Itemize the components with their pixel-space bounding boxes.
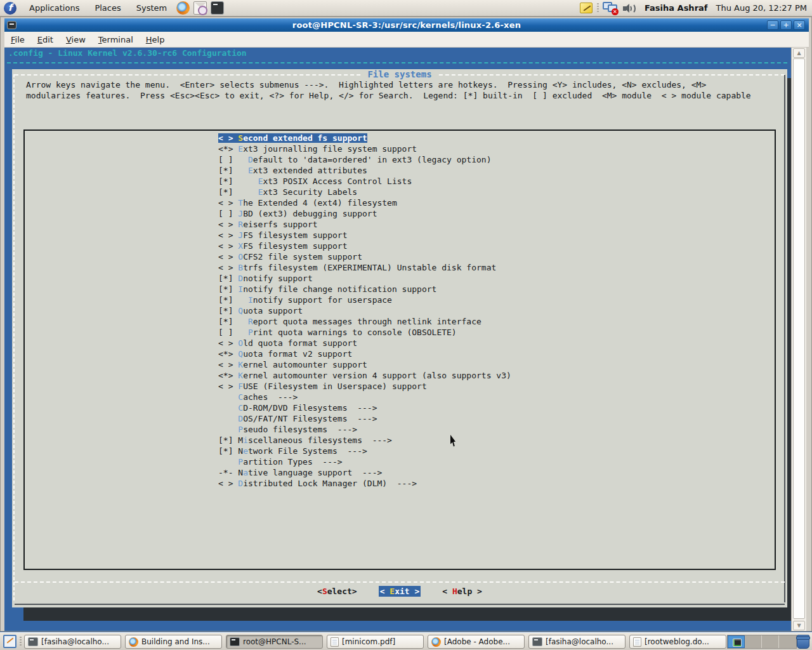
taskbar-button[interactable]: Building and Ins... <box>125 635 222 649</box>
menu-item[interactable]: [*] Report quota messages through netlin… <box>218 316 511 327</box>
menuconfig-dialog: File systems Arrow keys navigate the men… <box>12 69 787 607</box>
panel-menu[interactable]: System <box>129 0 174 17</box>
trash-icon[interactable] <box>797 635 809 649</box>
menu-item[interactable]: [*] Inotify file change notification sup… <box>218 284 511 295</box>
menuconfig-backtitle: .config - Linux Kernel v2.6.30-rc6 Confi… <box>8 48 247 58</box>
tray-separator <box>597 3 599 13</box>
menu-item[interactable]: <*> Ext3 journalling file system support <box>218 143 511 154</box>
dialog-border <box>15 604 785 605</box>
taskbar-button[interactable]: [Adobe - Adobe... <box>428 635 525 649</box>
taskbar-button[interactable]: [rootweblog.do... <box>629 635 726 649</box>
menubar-item[interactable]: Help <box>140 32 171 48</box>
panel-menu[interactable]: Applications <box>22 0 87 17</box>
notes-tray-icon[interactable] <box>580 3 593 13</box>
button-separator <box>15 581 785 583</box>
menu-item[interactable]: < > Kernel automounter support <box>218 359 511 370</box>
dialog-instructions-line1: Arrow keys navigate the menu. <Enter> se… <box>26 80 706 90</box>
menu-item[interactable]: CD-ROM/DVD Filesystems ---> <box>218 402 511 413</box>
menu-item[interactable]: [*] Ext3 extended attributes <box>218 165 511 176</box>
menu-item[interactable]: -*- Native language support ---> <box>218 467 511 478</box>
menubar-item[interactable]: Terminal <box>92 32 140 48</box>
menu-item[interactable]: [*] Inotify support for userspace <box>218 295 511 305</box>
window-control-button[interactable]: − <box>767 20 778 30</box>
menu-item[interactable]: < > XFS filesystem support <box>218 241 511 251</box>
workspace-cell[interactable] <box>745 635 762 648</box>
taskbar-button[interactable]: [fasiha@localho... <box>24 635 121 649</box>
menu-item[interactable]: Pseudo filesystems ---> <box>218 424 511 435</box>
terminal-launcher-icon[interactable] <box>211 1 224 15</box>
menu-item[interactable]: < > The Extended 4 (ext4) filesystem <box>218 197 511 208</box>
menu-item[interactable]: < > JFS filesystem support <box>218 230 511 241</box>
fedora-logo-icon[interactable]: f <box>4 2 16 15</box>
window-control-button[interactable]: + <box>780 20 792 30</box>
taskbar-button[interactable]: [minicom.pdf] <box>327 635 424 649</box>
menu-item[interactable]: [*] Miscellaneous filesystems ---> <box>218 435 511 446</box>
workspace-cell[interactable] <box>779 635 796 648</box>
terminal-screen[interactable]: .config - Linux Kernel v2.6.30-rc6 Confi… <box>4 48 791 631</box>
clock[interactable]: Thu Aug 20, 12:27 PM <box>713 3 812 13</box>
backtitle-rule <box>7 62 787 63</box>
dialog-button[interactable]: <Select> <box>317 587 357 598</box>
menu-item[interactable]: < > FUSE (Filesystem in Userspace) suppo… <box>218 381 511 392</box>
terminal-menubar: File Edit View Terminal Help <box>4 32 809 48</box>
taskbar-button-icon <box>129 637 138 647</box>
taskbar: [fasiha@localho... Building and Ins... r… <box>0 632 812 650</box>
window-control-button[interactable]: × <box>794 20 805 30</box>
menu-item[interactable]: < > OCFS2 file system support <box>218 251 511 262</box>
taskbar-button-icon <box>431 637 441 647</box>
menubar-item[interactable]: File <box>4 32 31 48</box>
firefox-launcher-icon[interactable] <box>176 1 190 15</box>
window-titlebar[interactable]: root@HPCNL-SR-3:/usr/src/kernels/linux-2… <box>4 18 809 32</box>
taskbar-button-icon <box>331 637 339 647</box>
dialog-border <box>784 75 785 602</box>
window-title: root@HPCNL-SR-3:/usr/src/kernels/linux-2… <box>4 20 809 30</box>
menu-item[interactable]: [*] Network File Systems ---> <box>218 446 511 456</box>
panel-menu[interactable]: Places <box>87 0 128 17</box>
volume-icon[interactable] <box>622 3 636 14</box>
menu-item[interactable]: < > Old quota format support <box>218 338 511 348</box>
menu-list-box: < > Second extended fs support <*> Ext3 … <box>23 129 776 570</box>
taskbar-button-icon <box>230 637 240 646</box>
dialog-title: File systems <box>362 69 436 79</box>
taskbar-button[interactable]: [fasiha@localho... <box>528 635 625 649</box>
terminal-scrollbar[interactable]: ▲ ▼ <box>791 48 806 631</box>
menu-item[interactable]: DOS/FAT/NT Filesystems ---> <box>218 413 511 424</box>
taskbar-separator <box>20 637 22 647</box>
menu-item[interactable]: Partition Types ---> <box>218 456 511 467</box>
menubar-item[interactable]: Edit <box>31 32 60 48</box>
mail-launcher-icon[interactable] <box>193 1 207 15</box>
dialog-shadow <box>23 607 791 621</box>
menu-item[interactable]: < > Btrfs filesystem (EXPERIMENTAL) Unst… <box>218 262 511 273</box>
menu-item[interactable]: [ ] Default to 'data=ordered' in ext3 (l… <box>218 154 511 165</box>
menu-item[interactable]: < > Reiserfs support <box>218 219 511 230</box>
menu-item[interactable]: [*] Quota support <box>218 305 511 316</box>
menu-item[interactable]: [*] Ext3 POSIX Access Control Lists <box>218 176 511 187</box>
menu-item[interactable]: < > Distributed Lock Manager (DLM) ---> <box>218 478 511 489</box>
workspace-cell[interactable] <box>762 635 779 648</box>
menu-item[interactable]: [*] Dnotify support <box>218 273 511 284</box>
dialog-border <box>13 74 15 602</box>
menu-item[interactable]: [ ] JBD (ext3) debugging support <box>218 208 511 219</box>
taskbar-button[interactable]: root@HPCNL-S... <box>226 635 323 649</box>
menu-list: < > Second extended fs support <*> Ext3 … <box>218 133 511 489</box>
menu-item[interactable]: [*] Ext3 Security Labels <box>218 187 511 197</box>
taskbar-button-icon <box>28 637 38 646</box>
workspace-cell[interactable] <box>728 635 745 648</box>
menu-item[interactable]: <*> Kernel automounter version 4 support… <box>218 370 511 381</box>
menu-item[interactable]: Caches ---> <box>218 392 511 402</box>
user-menu[interactable]: Fasiha Ashraf <box>639 3 714 13</box>
network-offline-icon[interactable]: ✕ <box>603 2 618 14</box>
scroll-up-arrow[interactable]: ▲ <box>793 48 805 58</box>
menu-item[interactable]: < > Second extended fs support <box>218 133 511 143</box>
show-desktop-button[interactable] <box>3 635 16 648</box>
scrollbar-thumb[interactable] <box>793 58 805 619</box>
dialog-button[interactable]: < Exit > <box>379 587 421 598</box>
menu-item[interactable]: [ ] Print quota warnings to console (OBS… <box>218 327 511 338</box>
dialog-instructions-line2: modularizes features. Press <Esc><Esc> t… <box>26 91 751 100</box>
workspace-switcher <box>727 635 797 649</box>
menubar-item[interactable]: View <box>60 32 92 48</box>
menu-item[interactable]: <*> Quota format v2 support <box>218 348 511 359</box>
dialog-button[interactable]: < Help > <box>442 587 482 598</box>
desktop-top-panel: f Applications Places System ✕ Fasiha As… <box>0 0 812 17</box>
scroll-down-arrow[interactable]: ▼ <box>793 621 805 630</box>
